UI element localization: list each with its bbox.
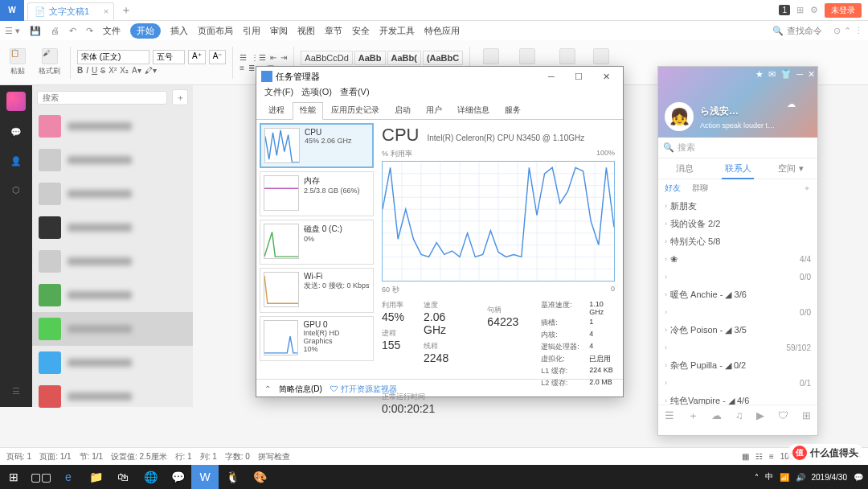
style-preview-1[interactable]: AaBb <box>354 51 386 65</box>
menu-5[interactable]: 审阅 <box>270 25 288 37</box>
collapse-arrow-icon[interactable]: ⌃ <box>264 384 271 393</box>
qq-cloud-icon[interactable]: ☁ <box>711 409 722 421</box>
status-col[interactable]: 列: 1 <box>200 451 217 462</box>
qq-nickname[interactable]: ら浅安… <box>700 105 739 118</box>
status-pages[interactable]: 页面: 1/1 <box>39 451 71 462</box>
dock-menu-icon[interactable]: ☰ <box>8 383 24 399</box>
task-view-icon[interactable]: ▢▢ <box>27 465 55 489</box>
strike-icon[interactable]: S̶ <box>100 66 105 75</box>
chat-item[interactable] <box>32 143 193 177</box>
qq-close-icon[interactable]: ✕ <box>808 69 815 80</box>
notif-badge[interactable]: 1 <box>779 5 790 15</box>
weather-icon[interactable]: ☁ <box>787 99 811 123</box>
qat-save-icon[interactable]: 💾 <box>30 26 41 36</box>
document-tab[interactable]: 📄 文字文稿1 × <box>27 2 114 20</box>
view-web-icon[interactable]: ☷ <box>755 452 763 461</box>
menu-7[interactable]: 章节 <box>325 25 342 37</box>
qq-mail-icon[interactable]: ✉ <box>768 69 776 80</box>
qq-group[interactable]: ›特别关心 5/8 <box>658 232 817 250</box>
qq-zone-icon[interactable]: ★ <box>755 69 764 80</box>
italic-icon[interactable]: I <box>86 66 88 75</box>
grow-font-icon[interactable]: A⁺ <box>188 50 206 64</box>
view-print-icon[interactable]: ▦ <box>742 452 749 461</box>
format-painter-group[interactable]: 🖌 格式刷 <box>35 48 63 76</box>
resource-monitor-link[interactable]: 🛡 打开资源监视器 <box>330 384 397 395</box>
style-preview-0[interactable]: AaBbCcDd <box>301 51 352 65</box>
qq-menu-icon[interactable]: ☰ <box>665 409 674 421</box>
help-icon[interactable]: ⊙ <box>833 26 841 36</box>
start-button[interactable]: ⊞ <box>0 465 27 489</box>
menu-8[interactable]: 安全 <box>352 25 370 37</box>
qq-group[interactable]: ›暖色 Anchie - ◢ 3/6 <box>658 286 817 303</box>
fewer-details-button[interactable]: 简略信息(D) <box>279 384 322 395</box>
qq-group[interactable]: ›纯色Vampire - ◢ 4/6 <box>658 392 817 405</box>
explorer-icon[interactable]: 📁 <box>82 465 109 489</box>
ime-icon[interactable]: 中 <box>765 471 773 483</box>
tm-menu-0[interactable]: 文件(F) <box>261 86 297 102</box>
settings-icon[interactable]: ⚙ <box>810 5 818 15</box>
sub-icon[interactable]: X₂ <box>120 66 129 75</box>
menu-3[interactable]: 页面布局 <box>198 25 233 37</box>
tm-menu-2[interactable]: 查看(V) <box>337 86 373 102</box>
qat-undo-icon[interactable]: ↶ <box>69 26 76 36</box>
qq-tab-1[interactable]: 联系人 <box>711 158 764 179</box>
tm-side-GPU 0[interactable]: GPU 0Intel(R) HD Graphics10% <box>260 316 374 361</box>
minimize-button[interactable]: ─ <box>539 68 563 84</box>
qq-shield-icon[interactable]: 🛡 <box>778 409 788 421</box>
qq-group[interactable]: ›我的设备 2/2 <box>658 215 817 232</box>
dock-contacts-icon[interactable]: 👤 <box>8 153 24 169</box>
command-search[interactable]: 🔍 查找命令 ⊙ ⌃ ⋮ <box>772 25 863 37</box>
qq-min-icon[interactable]: ─ <box>796 69 803 80</box>
menu-dropdown-icon[interactable]: ☰ ▾ <box>5 26 20 36</box>
style-preview-2[interactable]: AaBb( <box>387 51 421 65</box>
dock-app-icon[interactable] <box>6 92 26 111</box>
maximize-button[interactable]: ☐ <box>567 68 591 84</box>
qq-group[interactable]: ›新朋友 <box>658 197 817 215</box>
qq-avatar[interactable]: 👧 <box>665 102 694 131</box>
dock-chat-icon[interactable]: 💬 <box>8 124 24 140</box>
tm-side-Wi-Fi[interactable]: Wi-Fi发送: 0 接收: 0 Kbps <box>260 268 374 313</box>
font-name-select[interactable]: 宋体 (正文) <box>77 50 149 64</box>
qq-tab-0[interactable]: 消息 <box>658 158 711 179</box>
tm-side-磁盘 0 (C:)[interactable]: 磁盘 0 (C:)0% <box>260 220 374 265</box>
qq-signature[interactable]: Action speak louder t… <box>700 121 775 129</box>
style-preview-3[interactable]: (AaBbC <box>423 51 463 65</box>
volume-icon[interactable]: 🔊 <box>796 473 805 482</box>
super-icon[interactable]: X² <box>108 66 117 75</box>
menu-2[interactable]: 插入 <box>170 25 188 37</box>
qq-group[interactable]: ›59/102 <box>658 339 817 356</box>
edge-icon[interactable]: e <box>55 465 82 489</box>
tm-side-CPU[interactable]: CPU45% 2.06 GHz <box>260 123 374 168</box>
add-tab-button[interactable]: ＋ <box>121 3 132 18</box>
status-pos[interactable]: 设置值: 2.5厘米 <box>111 451 166 462</box>
status-chars[interactable]: 字数: 0 <box>225 451 250 462</box>
tm-tab-1[interactable]: 性能 <box>293 102 323 120</box>
menu-1[interactable]: 开始 <box>130 23 161 39</box>
tm-tab-4[interactable]: 用户 <box>419 102 449 119</box>
bold-icon[interactable]: B <box>77 66 83 75</box>
wps-taskbar-icon[interactable]: W <box>191 465 219 489</box>
qq-add-icon[interactable]: ＋ <box>688 409 698 423</box>
underline-icon[interactable]: U <box>92 66 97 75</box>
align-left-icon[interactable]: ≡ <box>240 64 244 72</box>
qq-taskbar-icon[interactable]: 🐧 <box>219 465 246 489</box>
close-tab-icon[interactable]: × <box>104 6 108 16</box>
qat-redo-icon[interactable]: ↷ <box>86 26 93 36</box>
collapse-icon[interactable]: ⌃ <box>844 26 851 36</box>
network-icon[interactable]: 📶 <box>780 473 789 482</box>
font-color-icon[interactable]: A▾ <box>132 66 141 75</box>
menu-4[interactable]: 引用 <box>243 25 260 37</box>
status-section[interactable]: 节: 1/1 <box>80 451 103 462</box>
status-spell[interactable]: 拼写检查 <box>258 451 290 462</box>
browser-icon[interactable]: 🌐 <box>137 465 164 489</box>
chat-item[interactable] <box>32 177 193 211</box>
status-page[interactable]: 页码: 1 <box>6 451 31 462</box>
qq-search[interactable]: 🔍 搜索 <box>658 138 817 158</box>
dock-cube-icon[interactable]: ⬡ <box>8 182 24 198</box>
bullets-icon[interactable]: ☰ <box>240 53 247 62</box>
qq-group[interactable]: ›0/0 <box>658 268 817 286</box>
font-size-select[interactable]: 五号 <box>153 50 185 64</box>
qq-group[interactable]: ›冷色 Poison - ◢ 3/5 <box>658 321 817 339</box>
skin-icon[interactable]: ⊞ <box>796 5 804 15</box>
clock[interactable]: 2019/4/30 <box>812 473 848 482</box>
